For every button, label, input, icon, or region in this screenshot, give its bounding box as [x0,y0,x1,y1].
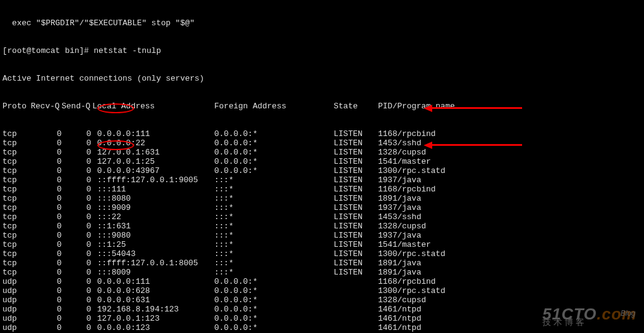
cell-pid: 1891/java [378,268,421,277]
cell-proto: tcp [2,148,31,157]
cell-foreign: :::* [214,249,334,259]
cell-sendq: 0 [62,203,91,212]
cell-proto: udp [2,305,31,314]
cell-proto: tcp [2,129,31,138]
cell-proto: tcp [2,175,31,185]
table-row: tcp00 :::8080:::*LISTEN1891/java [2,194,642,203]
cell-sendq: 0 [62,268,91,277]
cell-local: 127.0.0.1:25 [91,157,214,166]
cell-pid: 1453/sshd [378,212,421,222]
cell-sendq: 0 [62,222,91,231]
cell-local: ::ffff:127.0.0.1:8005 [91,259,214,268]
cell-foreign: :::* [214,222,334,231]
cell-sendq: 0 [62,157,91,166]
cell-proto: udp [2,277,31,286]
cell-local: 192.168.8.194:123 [91,305,214,314]
cell-state: LISTEN [334,240,378,249]
cell-state: LISTEN [334,185,378,194]
cell-local: :::54043 [91,249,214,259]
cell-foreign: :::* [214,240,334,249]
cell-proto: tcp [2,212,31,222]
cell-sendq: 0 [62,129,91,138]
cell-pid: 1937/java [378,203,421,212]
col-proto: Proto [2,102,31,111]
cell-pid: 1453/sshd [378,138,421,148]
cell-sendq: 0 [62,185,91,194]
cell-recvq: 0 [31,259,62,268]
cell-local: ::1:631 [91,222,214,231]
prompt-command[interactable]: netstat -tnulp [94,46,161,55]
table-row: tcp00 :::111:::*LISTEN1168/rpcbind [2,185,642,194]
table-row: udp00 0.0.0.0:6280.0.0.0:*1300/rpc.statd [2,286,642,295]
cell-recvq: 0 [31,249,62,259]
cell-recvq: 0 [31,295,62,305]
cell-pid: 1461/ntpd [378,323,421,332]
cell-proto: tcp [2,249,31,259]
cell-state: LISTEN [334,203,378,212]
cell-recvq: 0 [31,194,62,203]
cell-sendq: 0 [62,175,91,185]
table-row: tcp00 :::9009:::*LISTEN1937/java [2,203,642,212]
cell-pid: 1168/rpcbind [378,277,436,286]
cell-proto: tcp [2,231,31,240]
cell-foreign: 0.0.0.0:* [214,166,334,175]
cell-proto: tcp [2,268,31,277]
cell-proto: tcp [2,259,31,268]
cell-sendq: 0 [62,286,91,295]
table-row: tcp00 ::ffff:127.0.0.1:9005:::*LISTEN193… [2,175,642,185]
cell-pid: 1461/ntpd [378,314,421,323]
cell-local: 0.0.0.0:111 [91,277,214,286]
table-row: udp00 127.0.0.1:1230.0.0.0:*1461/ntpd [2,314,642,323]
cell-foreign: :::* [214,231,334,240]
cell-proto: udp [2,295,31,305]
cell-recvq: 0 [31,138,62,148]
cell-state: LISTEN [334,222,378,231]
table-row: udp00 0.0.0.0:1230.0.0.0:*1461/ntpd [2,323,642,332]
col-pid: PID/Program name [378,102,455,111]
table-row: tcp00 0.0.0.0:1110.0.0.0:*LISTEN1168/rpc… [2,129,642,138]
cell-state: LISTEN [334,259,378,268]
cell-local: :::8009 [91,268,214,277]
cell-local: :::9080 [91,231,214,240]
cell-recvq: 0 [31,203,62,212]
cell-local: 0.0.0.0:631 [91,295,214,305]
cell-local: :::22 [91,212,214,222]
cell-state: LISTEN [334,212,378,222]
cell-recvq: 0 [31,240,62,249]
cell-local: 0.0.0.0:123 [91,323,214,332]
cell-state: LISTEN [334,175,378,185]
cell-recvq: 0 [31,277,62,286]
cell-local: :::9009 [91,203,214,212]
cell-pid: 1328/cupsd [378,148,426,157]
cell-sendq: 0 [62,212,91,222]
cell-pid: 1168/rpcbind [378,185,436,194]
cell-foreign: :::* [214,175,334,185]
cell-proto: tcp [2,138,31,148]
cell-foreign: 0.0.0.0:* [214,148,334,157]
cell-sendq: 0 [62,138,91,148]
cell-foreign: :::* [214,203,334,212]
cell-local: 0.0.0.0:628 [91,286,214,295]
cell-recvq: 0 [31,212,62,222]
cell-recvq: 0 [31,185,62,194]
col-local: Local Address [91,102,214,111]
cell-proto: tcp [2,185,31,194]
cell-local: :::8080 [91,194,214,203]
table-row: tcp00 0.0.0.0:220.0.0.0:*LISTEN1453/sshd [2,138,642,148]
cell-state: LISTEN [334,166,378,175]
src-line: exec "$PRGDIR"/"$EXECUTABLE" stop "$@" [2,18,642,28]
cell-recvq: 0 [31,157,62,166]
cell-recvq: 0 [31,166,62,175]
cell-recvq: 0 [31,305,62,314]
cell-pid: 1300/rpc.statd [378,249,445,259]
cell-recvq: 0 [31,286,62,295]
cell-local: 0.0.0.0:111 [91,129,214,138]
table-row: tcp00 ::1:25:::*LISTEN1541/master [2,240,642,249]
col-state: State [334,102,378,111]
cell-local: :::111 [91,185,214,194]
column-headers: ProtoRecv-QSend-QLocal AddressForeign Ad… [2,102,642,111]
cell-local: ::1:25 [91,240,214,249]
table-row: tcp00 :::54043:::*LISTEN1300/rpc.statd [2,249,642,259]
prompt-prefix: [root@tomcat bin]# [2,46,94,55]
table-row: udp00 192.168.8.194:1230.0.0.0:*1461/ntp… [2,305,642,314]
